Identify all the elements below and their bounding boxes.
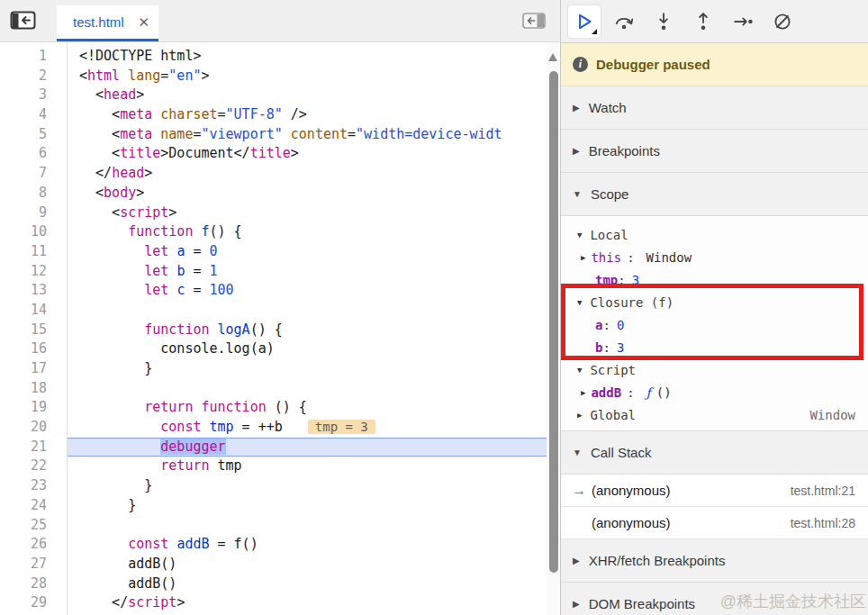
section-breakpoints[interactable]: ▶ Breakpoints bbox=[561, 130, 868, 173]
chevron-right-icon: ▶ bbox=[573, 146, 580, 156]
section-xhr-breakpoints[interactable]: ▶ XHR/fetch Breakpoints bbox=[561, 539, 868, 583]
chevron-down-icon: ▼ bbox=[573, 448, 582, 457]
variable-value: () bbox=[656, 385, 672, 400]
scroll-up-arrow-icon[interactable] bbox=[548, 53, 557, 61]
code-line: <body> bbox=[68, 184, 547, 203]
variable-name: this bbox=[591, 250, 621, 265]
section-call-stack-label: Call Stack bbox=[591, 445, 652, 460]
line-number[interactable]: 20 bbox=[0, 418, 67, 438]
info-icon: i bbox=[573, 57, 588, 72]
scope-variable[interactable]: ▶this:Window bbox=[561, 246, 868, 268]
active-frame-arrow-icon: → bbox=[572, 483, 592, 499]
code-line bbox=[68, 301, 547, 321]
code-line: addB() bbox=[68, 555, 547, 574]
variable-name: a bbox=[595, 318, 602, 332]
scope-pane: ▼Local▶this:Windowtmp:3▼Closure (f)a:0b:… bbox=[561, 216, 868, 431]
code-line: <script> bbox=[68, 203, 547, 223]
line-number[interactable]: 10 bbox=[0, 222, 67, 242]
line-number[interactable]: 16 bbox=[0, 339, 67, 359]
tab-close-icon[interactable]: ✕ bbox=[138, 14, 149, 31]
scope-variable[interactable]: tmp:3 bbox=[561, 268, 868, 291]
line-number[interactable]: 7 bbox=[0, 164, 67, 184]
line-number[interactable]: 9 bbox=[0, 203, 67, 223]
line-number[interactable]: 22 bbox=[0, 457, 67, 476]
code-line: } bbox=[68, 359, 547, 379]
scope-variable[interactable]: a:0 bbox=[561, 313, 868, 336]
scope-variable[interactable]: ▶addB:ƒ () bbox=[561, 381, 868, 403]
code-line: <!DOCTYPE html> bbox=[68, 47, 547, 67]
line-number[interactable]: 11 bbox=[0, 242, 67, 262]
code-line: return function () { bbox=[68, 398, 547, 418]
line-number[interactable]: 25 bbox=[0, 516, 67, 536]
call-stack-frame[interactable]: →(anonymous)test.html:21 bbox=[561, 475, 868, 507]
tab-test-html[interactable]: test.html ✕ bbox=[57, 5, 158, 41]
code-line: <meta name="viewport" content="width=dev… bbox=[68, 125, 547, 145]
line-number[interactable]: 28 bbox=[0, 574, 67, 594]
section-dom-breakpoints[interactable]: ▶ DOM Breakpoints bbox=[561, 583, 868, 615]
code-line: const addB = f() bbox=[68, 535, 547, 555]
line-number[interactable]: 18 bbox=[0, 379, 67, 399]
code-line: } bbox=[68, 496, 547, 516]
line-number[interactable]: 8 bbox=[0, 184, 67, 203]
scope-section[interactable]: ▼Local bbox=[561, 223, 868, 246]
hide-navigator-icon[interactable] bbox=[10, 11, 37, 31]
scope-section[interactable]: ▼Closure (f) bbox=[561, 291, 868, 313]
variable-value: Window bbox=[646, 250, 692, 265]
line-number[interactable]: 23 bbox=[0, 476, 67, 496]
line-number[interactable]: 3 bbox=[0, 86, 67, 105]
line-number[interactable]: 6 bbox=[0, 144, 67, 164]
line-number[interactable]: 21 bbox=[0, 438, 67, 457]
call-stack-frame[interactable]: (anonymous)test.html:28 bbox=[561, 507, 868, 539]
debugger-sidebar: i Debugger paused ▶ Watch ▶ Breakpoints … bbox=[560, 0, 868, 615]
inline-value-hint: tmp = 3 bbox=[308, 420, 375, 434]
line-number[interactable]: 4 bbox=[0, 105, 67, 125]
scope-section[interactable]: ▶GlobalWindow bbox=[561, 403, 868, 426]
section-watch[interactable]: ▶ Watch bbox=[561, 86, 868, 130]
line-number[interactable]: 29 bbox=[0, 593, 67, 613]
line-number[interactable]: 19 bbox=[0, 398, 67, 418]
colon: : bbox=[602, 340, 610, 355]
scope-variable[interactable]: b:3 bbox=[561, 336, 868, 358]
step-over-button[interactable] bbox=[608, 5, 640, 38]
chevron-down-icon: ▼ bbox=[577, 366, 582, 375]
line-number[interactable]: 1 bbox=[0, 47, 67, 67]
debugger-toolbar bbox=[561, 0, 868, 43]
line-number[interactable]: 14 bbox=[0, 301, 67, 321]
section-scope[interactable]: ▼ Scope bbox=[561, 173, 868, 216]
frame-location[interactable]: test.html:21 bbox=[791, 484, 855, 498]
line-number[interactable]: 5 bbox=[0, 125, 67, 145]
line-number-gutter: 1234567891011121314151617181920212223242… bbox=[0, 42, 68, 615]
section-breakpoints-label: Breakpoints bbox=[589, 143, 660, 158]
step-into-button[interactable] bbox=[647, 5, 680, 38]
deactivate-breakpoints-button[interactable] bbox=[766, 5, 799, 38]
scrollbar-thumb[interactable] bbox=[549, 71, 558, 573]
scope-section-label: Closure (f) bbox=[590, 295, 674, 310]
line-number[interactable]: 2 bbox=[0, 67, 67, 86]
code-line: function logA() { bbox=[68, 321, 547, 340]
tab-title: test.html bbox=[73, 14, 124, 30]
scope-section[interactable]: ▼Script bbox=[561, 358, 868, 381]
banner-text: Debugger paused bbox=[596, 57, 710, 72]
line-number[interactable]: 15 bbox=[0, 321, 67, 340]
variable-value: 0 bbox=[617, 318, 624, 332]
line-number[interactable]: 17 bbox=[0, 359, 67, 379]
resume-button[interactable] bbox=[568, 5, 601, 38]
hide-debugger-panel-icon[interactable] bbox=[522, 13, 546, 31]
section-call-stack[interactable]: ▼ Call Stack bbox=[561, 431, 868, 475]
step-out-button[interactable] bbox=[687, 5, 719, 38]
line-number[interactable]: 13 bbox=[0, 281, 67, 301]
chevron-right-icon: ▶ bbox=[573, 556, 580, 565]
chevron-down-icon: ▼ bbox=[577, 231, 582, 240]
variable-name: tmp bbox=[595, 273, 618, 287]
code-lines: <!DOCTYPE html><html lang="en"> <head> <… bbox=[68, 42, 547, 615]
line-number[interactable]: 12 bbox=[0, 262, 67, 282]
line-number[interactable]: 26 bbox=[0, 535, 67, 555]
scope-section-label: Global bbox=[590, 408, 636, 422]
line-number[interactable]: 24 bbox=[0, 496, 67, 516]
editor-tab-bar: test.html ✕ bbox=[0, 0, 560, 42]
frame-location[interactable]: test.html:28 bbox=[791, 516, 855, 530]
line-number[interactable]: 27 bbox=[0, 555, 67, 574]
scrollbar-track[interactable] bbox=[547, 42, 560, 615]
step-button[interactable] bbox=[727, 5, 759, 38]
variable-name: addB bbox=[591, 385, 621, 400]
